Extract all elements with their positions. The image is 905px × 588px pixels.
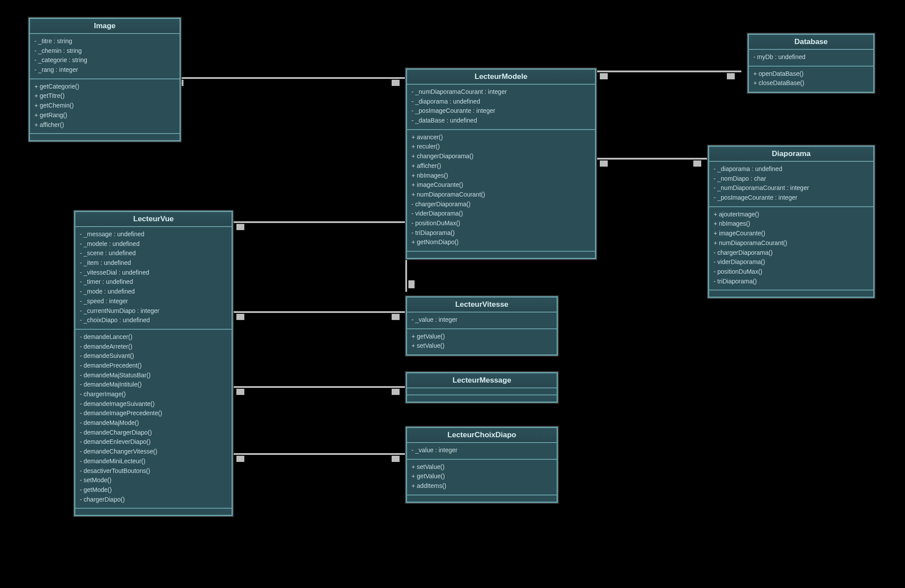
method: + reculer() bbox=[411, 142, 591, 152]
class-lecteurmessage: LecteurMessage bbox=[406, 372, 558, 403]
attr: - _titre : string bbox=[34, 37, 175, 46]
method: + getValue() bbox=[411, 332, 552, 342]
attr: - _categorie : string bbox=[34, 56, 175, 65]
class-image: Image - _titre : string - _chemin : stri… bbox=[29, 18, 181, 141]
method: - demandeArreter() bbox=[80, 342, 227, 352]
assoc-end-vue-top bbox=[236, 224, 244, 230]
attr: - _speed : integer bbox=[80, 297, 227, 306]
assoc-lecteurmodele-diaporama bbox=[593, 158, 708, 160]
method: + nbImages() bbox=[411, 171, 591, 181]
assoc-end-lecteur-right-bot bbox=[600, 160, 608, 167]
attr: - myDb : undefined bbox=[753, 52, 869, 62]
assoc-end-database bbox=[727, 73, 735, 79]
method: + getRang() bbox=[34, 111, 175, 120]
attributes bbox=[407, 388, 557, 395]
method: + ajouterImage() bbox=[714, 210, 869, 220]
method: - getMode() bbox=[80, 485, 227, 495]
attr: - _chemin : string bbox=[34, 46, 175, 56]
class-lecteurvue: LecteurVue - _message : undefined - _mod… bbox=[74, 211, 233, 516]
methods: - demandeLancer() - demandeArreter() - d… bbox=[75, 330, 232, 509]
attr: - _value : integer bbox=[411, 446, 552, 455]
class-lecteurmodele: LecteurModele - _numDiaporamaCourant : i… bbox=[406, 68, 596, 259]
method: + setValue() bbox=[411, 462, 552, 472]
method: - positionDuMax() bbox=[411, 219, 591, 228]
methods: + getCategorie() + getTitre() + getChemi… bbox=[30, 79, 180, 134]
attr: - _diaporama : undefined bbox=[714, 164, 869, 174]
method: + getNomDiapo() bbox=[411, 238, 591, 247]
method: - chargerImage() bbox=[80, 390, 227, 399]
method: - demandePrecedent() bbox=[80, 361, 227, 371]
attributes: - _value : integer bbox=[407, 313, 557, 329]
assoc-lecteurmodele-database bbox=[593, 71, 741, 72]
method: + openDataBase() bbox=[753, 69, 869, 79]
method: + afficher() bbox=[411, 161, 591, 171]
assoc-end-diaporama bbox=[693, 160, 701, 167]
assoc-end-vue-vitesse bbox=[236, 314, 244, 320]
methods: + openDataBase() + closeDataBase() bbox=[749, 67, 873, 92]
class-title: LecteurModele bbox=[407, 70, 595, 85]
assoc-end-message bbox=[392, 389, 400, 395]
assoc-end-lecteur-right-top bbox=[600, 73, 608, 79]
class-title: Database bbox=[749, 35, 873, 50]
method: - demandeChargerDiapo() bbox=[80, 428, 227, 438]
method: - demandeMiniLecteur() bbox=[80, 457, 227, 466]
method: + nbImages() bbox=[714, 219, 869, 229]
methods: + getValue() + setValue() bbox=[407, 329, 557, 354]
method: - demandeImageSuivante() bbox=[80, 399, 227, 409]
assoc-end-choix bbox=[392, 456, 400, 462]
method: - demandeSuivant() bbox=[80, 351, 227, 361]
attr: - _numDiaporamaCourant : integer bbox=[714, 183, 869, 193]
attr: - _posImageCourante : integer bbox=[411, 106, 591, 116]
attr: - _value : integer bbox=[411, 315, 552, 325]
assoc-lecteurvue-lecteurvitesse bbox=[229, 311, 406, 313]
methods: + avancer() + reculer() + changerDiapora… bbox=[407, 130, 595, 252]
attr: - _scene : undefined bbox=[80, 249, 227, 258]
extra bbox=[709, 290, 873, 297]
attr: - _diaporama : undefined bbox=[411, 97, 591, 107]
method: - setMode() bbox=[80, 476, 227, 485]
class-database: Database - myDb : undefined + openDataBa… bbox=[748, 33, 875, 93]
methods: + setValue() + getValue() + addItems() bbox=[407, 460, 557, 495]
extra bbox=[75, 509, 232, 515]
method: + getChemin() bbox=[34, 101, 175, 111]
method: - demandeMajStatusBar() bbox=[80, 371, 227, 380]
attr: - _numDiaporamaCourant : integer bbox=[411, 87, 591, 97]
assoc-end-lecteur-bottom bbox=[408, 280, 415, 288]
attr: - _choixDiapo : undefined bbox=[80, 316, 227, 325]
methods: + ajouterImage() + nbImages() + imageCou… bbox=[709, 207, 873, 291]
method: - demandeImagePrecedente() bbox=[80, 409, 227, 418]
extra bbox=[407, 495, 557, 502]
method: - chargerDiaporama() bbox=[714, 248, 869, 258]
attr: - _dataBase : undefined bbox=[411, 116, 591, 126]
method: + avancer() bbox=[411, 133, 591, 142]
method: - demandeLancer() bbox=[80, 332, 227, 342]
assoc-end-vue-choix bbox=[236, 456, 244, 462]
class-lecteurchoixdiapo: LecteurChoixDiapo - _value : integer + s… bbox=[406, 427, 558, 503]
method: - viderDiaporama() bbox=[714, 257, 869, 267]
attr: - _nomDiapo : char bbox=[714, 174, 869, 184]
attr: - _modele : undefined bbox=[80, 239, 227, 249]
extra bbox=[30, 134, 180, 140]
method: + setValue() bbox=[411, 341, 552, 351]
method: + getValue() bbox=[411, 472, 552, 481]
class-title: LecteurChoixDiapo bbox=[407, 428, 557, 443]
attributes: - _numDiaporamaCourant : integer - _diap… bbox=[407, 85, 595, 130]
attributes: - myDb : undefined bbox=[749, 50, 873, 67]
attributes: - _diaporama : undefined - _nomDiapo : c… bbox=[709, 162, 873, 207]
assoc-end-vitesse bbox=[392, 314, 400, 320]
method: - demandeMajMode() bbox=[80, 418, 227, 428]
attributes: - _titre : string - _chemin : string - _… bbox=[30, 34, 180, 79]
attributes: - _value : integer bbox=[407, 443, 557, 460]
class-diaporama: Diaporama - _diaporama : undefined - _no… bbox=[708, 145, 875, 298]
attr: - _currentNumDiapo : integer bbox=[80, 306, 227, 316]
method: - triDiaporama() bbox=[411, 228, 591, 238]
method: + addItems() bbox=[411, 481, 552, 491]
method: + getTitre() bbox=[34, 91, 175, 101]
class-lecteurvitesse: LecteurVitesse - _value : integer + getV… bbox=[406, 296, 558, 356]
extra bbox=[407, 252, 595, 258]
attr: - _vitesseDial : undefined bbox=[80, 268, 227, 278]
attributes: - _message : undefined - _modele : undef… bbox=[75, 227, 232, 330]
method: + imageCourante() bbox=[411, 180, 591, 190]
method: + numDiaporamaCourant() bbox=[714, 238, 869, 248]
attr: - _rang : integer bbox=[34, 65, 175, 75]
